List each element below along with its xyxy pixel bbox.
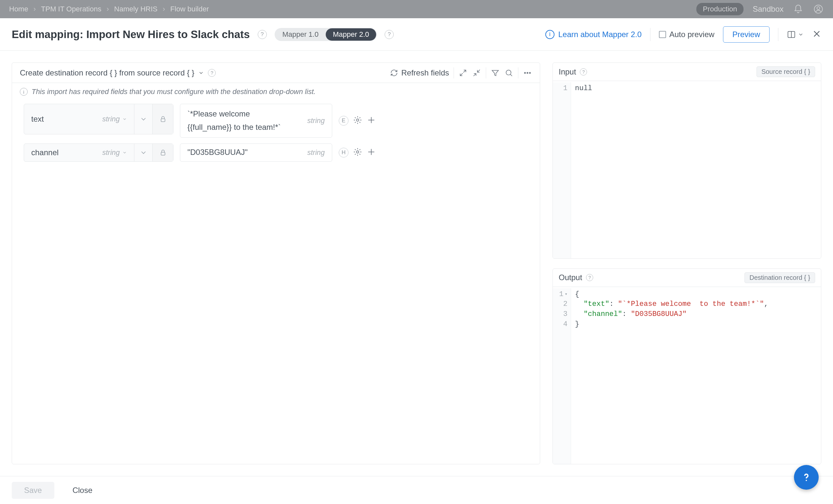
search-icon[interactable]	[504, 68, 514, 77]
input-code-viewer[interactable]: 1 null	[553, 81, 821, 258]
row-settings-button[interactable]	[353, 116, 362, 126]
preview-column: Input ? Source record { } 1 null Output …	[552, 63, 821, 464]
breadcrumb-item[interactable]: Namely HRIS	[114, 5, 158, 13]
breadcrumb-item[interactable]: Home	[9, 5, 28, 13]
breadcrumb-item[interactable]: Flow builder	[170, 5, 209, 13]
breadcrumb-item[interactable]: TPM IT Operations	[41, 5, 101, 13]
source-expression-input[interactable]	[187, 107, 303, 134]
source-expression-field[interactable]: string	[180, 143, 332, 162]
source-expression-type: string	[307, 148, 325, 157]
page-footer: Save Close	[0, 476, 833, 504]
destination-field-name: text	[31, 115, 44, 124]
help-fab[interactable]	[794, 465, 819, 490]
mapper-option-2[interactable]: Mapper 2.0	[326, 28, 376, 41]
info-icon: i	[20, 88, 28, 96]
destination-field[interactable]: channel string	[24, 143, 173, 162]
svg-line-12	[510, 74, 512, 76]
source-expression-type: string	[307, 117, 325, 125]
lock-icon	[152, 104, 173, 134]
expression-type-badge[interactable]: H	[339, 148, 349, 158]
svg-rect-16	[161, 119, 165, 122]
output-preview-panel: Output ? Destination record { } 1▾ 2 3 4…	[552, 268, 821, 465]
auto-preview-toggle[interactable]: Auto preview	[659, 30, 715, 39]
preview-button[interactable]: Preview	[723, 26, 769, 43]
caret-down-icon[interactable]	[122, 117, 127, 121]
mapping-panel-header: Create destination record { } from sourc…	[12, 63, 540, 83]
collapse-icon[interactable]	[472, 68, 481, 77]
destination-dropdown-toggle[interactable]	[134, 104, 152, 134]
svg-point-24	[806, 480, 807, 481]
user-avatar-icon[interactable]	[813, 4, 824, 15]
lock-icon	[152, 144, 173, 161]
required-fields-text: This import has required fields that you…	[31, 88, 316, 96]
svg-point-1	[817, 7, 820, 10]
destination-field-type: string	[102, 115, 120, 123]
learn-about-mapper-link[interactable]: i Learn about Mapper 2.0	[545, 30, 642, 39]
input-code-line: null	[575, 84, 592, 92]
chevron-right-icon: ›	[33, 5, 36, 13]
svg-rect-20	[161, 152, 165, 155]
source-expression-field[interactable]: string	[180, 104, 332, 138]
layout-toggle[interactable]	[787, 30, 804, 39]
source-expression-input[interactable]	[187, 146, 303, 159]
add-row-button[interactable]	[367, 147, 376, 158]
row-settings-button[interactable]	[353, 147, 362, 158]
row-actions: E	[339, 104, 376, 138]
help-icon[interactable]: ?	[580, 68, 587, 75]
svg-point-17	[357, 119, 359, 121]
mapper-version-toggle[interactable]: Mapper 1.0 Mapper 2.0	[275, 28, 377, 41]
learn-link-label: Learn about Mapper 2.0	[558, 30, 642, 39]
notifications-bell-icon[interactable]	[793, 4, 804, 15]
divider	[486, 67, 486, 78]
divider	[518, 67, 518, 78]
svg-point-15	[529, 72, 530, 73]
chevron-down-icon[interactable]	[198, 70, 204, 76]
save-button[interactable]: Save	[12, 482, 54, 499]
mapping-row: channel string string	[24, 143, 528, 162]
page-title: Edit mapping: Import New Hires to Slack …	[12, 28, 250, 41]
more-actions-icon[interactable]	[523, 68, 532, 77]
svg-line-7	[460, 73, 463, 76]
svg-point-14	[527, 72, 528, 73]
help-icon[interactable]: ?	[208, 69, 216, 77]
help-icon[interactable]: ?	[258, 30, 267, 39]
breadcrumb: Home › TPM IT Operations › Namely HRIS ›…	[9, 5, 209, 13]
divider	[650, 28, 650, 41]
environment-sandbox-link[interactable]: Sandbox	[753, 4, 784, 14]
close-button[interactable]: Close	[63, 482, 102, 499]
svg-point-11	[506, 70, 511, 75]
refresh-fields-button[interactable]: Refresh fields	[390, 68, 449, 77]
destination-dropdown-toggle[interactable]	[134, 144, 152, 161]
main-area: Create destination record { } from sourc…	[0, 51, 833, 476]
mapping-row: text string string	[24, 104, 528, 138]
help-icon[interactable]: ?	[385, 30, 394, 39]
required-fields-notice: i This import has required fields that y…	[12, 83, 540, 100]
destination-field-type: string	[102, 148, 120, 157]
chevron-right-icon: ›	[163, 5, 165, 13]
caret-down-icon[interactable]	[122, 150, 127, 155]
row-actions: H	[339, 143, 376, 162]
output-code-viewer[interactable]: 1▾ 2 3 4 { "text": "`*Please welcome to …	[553, 287, 821, 464]
divider	[454, 67, 454, 78]
svg-line-6	[463, 70, 466, 73]
destination-field[interactable]: text string	[24, 104, 173, 135]
svg-point-0	[814, 5, 823, 13]
help-icon[interactable]: ?	[586, 274, 593, 281]
checkbox-icon[interactable]	[659, 31, 666, 38]
environment-production-pill[interactable]: Production	[696, 3, 743, 15]
expand-icon[interactable]	[458, 68, 468, 77]
destination-record-tag[interactable]: Destination record { }	[744, 272, 815, 283]
mapping-rows: text string string	[12, 100, 540, 165]
add-row-button[interactable]	[367, 116, 376, 126]
mapping-panel: Create destination record { } from sourc…	[12, 63, 540, 464]
refresh-fields-label: Refresh fields	[401, 68, 449, 77]
filter-icon[interactable]	[491, 68, 500, 77]
svg-point-13	[525, 72, 525, 73]
expression-type-badge[interactable]: E	[339, 116, 349, 126]
svg-marker-10	[492, 70, 499, 75]
source-record-tag[interactable]: Source record { }	[757, 66, 815, 77]
close-icon[interactable]	[812, 29, 821, 39]
mapper-option-1[interactable]: Mapper 1.0	[275, 28, 326, 41]
svg-line-9	[473, 74, 476, 76]
destination-field-name: channel	[31, 148, 58, 157]
